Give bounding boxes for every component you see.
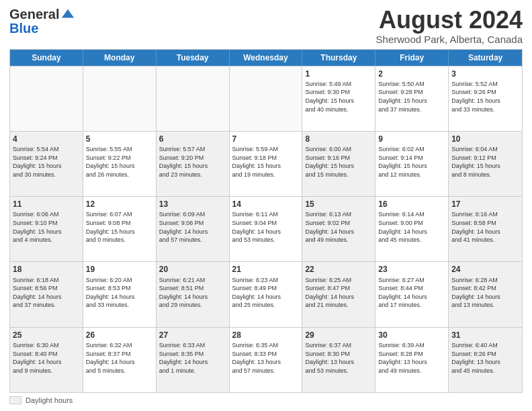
calendar-cell: 17Sunrise: 6:16 AM Sunset: 8:58 PM Dayli…	[449, 197, 522, 261]
day-info: Sunrise: 6:04 AM Sunset: 9:12 PM Dayligh…	[451, 145, 519, 179]
header-day-friday: Friday	[375, 50, 449, 66]
day-number: 12	[86, 199, 153, 210]
calendar-cell: 25Sunrise: 6:30 AM Sunset: 8:40 PM Dayli…	[10, 328, 83, 392]
calendar-cell: 5Sunrise: 5:55 AM Sunset: 9:22 PM Daylig…	[83, 132, 157, 196]
calendar-cell: 8Sunrise: 6:00 AM Sunset: 9:16 PM Daylig…	[302, 132, 375, 196]
day-info: Sunrise: 5:54 AM Sunset: 9:24 PM Dayligh…	[13, 145, 80, 179]
day-info: Sunrise: 5:49 AM Sunset: 9:30 PM Dayligh…	[305, 80, 372, 113]
calendar-cell: 9Sunrise: 6:02 AM Sunset: 9:14 PM Daylig…	[375, 132, 449, 196]
day-number: 18	[13, 264, 80, 275]
calendar-cell: 1Sunrise: 5:49 AM Sunset: 9:30 PM Daylig…	[302, 66, 375, 131]
day-info: Sunrise: 6:07 AM Sunset: 9:08 PM Dayligh…	[86, 210, 153, 244]
title-block: August 2024 Sherwood Park, Alberta, Cana…	[376, 7, 523, 45]
calendar-body: 1Sunrise: 5:49 AM Sunset: 9:30 PM Daylig…	[10, 66, 522, 392]
day-number: 22	[305, 264, 372, 275]
day-info: Sunrise: 6:06 AM Sunset: 9:10 PM Dayligh…	[13, 210, 80, 244]
day-info: Sunrise: 5:55 AM Sunset: 9:22 PM Dayligh…	[86, 145, 153, 179]
header-day-tuesday: Tuesday	[157, 50, 230, 66]
day-number: 4	[13, 134, 80, 144]
day-info: Sunrise: 6:32 AM Sunset: 8:37 PM Dayligh…	[86, 341, 153, 375]
calendar-cell: 18Sunrise: 6:18 AM Sunset: 8:56 PM Dayli…	[10, 262, 83, 326]
calendar-row-2: 11Sunrise: 6:06 AM Sunset: 9:10 PM Dayli…	[10, 196, 522, 261]
day-info: Sunrise: 6:39 AM Sunset: 8:28 PM Dayligh…	[378, 341, 445, 375]
calendar-cell	[157, 66, 230, 131]
day-number: 21	[232, 264, 300, 275]
logo-text: General	[9, 7, 75, 21]
day-info: Sunrise: 6:25 AM Sunset: 8:47 PM Dayligh…	[305, 276, 372, 310]
calendar-row-0: 1Sunrise: 5:49 AM Sunset: 9:30 PM Daylig…	[10, 66, 522, 131]
calendar-cell: 13Sunrise: 6:09 AM Sunset: 9:06 PM Dayli…	[157, 197, 230, 261]
logo-general: General	[9, 7, 59, 21]
day-info: Sunrise: 6:35 AM Sunset: 8:33 PM Dayligh…	[232, 341, 300, 375]
day-number: 28	[232, 330, 300, 340]
day-number: 16	[378, 199, 445, 210]
calendar-cell: 21Sunrise: 6:23 AM Sunset: 8:49 PM Dayli…	[230, 262, 303, 326]
page: General Blue August 2024 Sherwood Park, …	[0, 0, 532, 411]
calendar-cell: 15Sunrise: 6:13 AM Sunset: 9:02 PM Dayli…	[302, 197, 375, 261]
calendar-cell: 11Sunrise: 6:06 AM Sunset: 9:10 PM Dayli…	[10, 197, 83, 261]
day-info: Sunrise: 6:13 AM Sunset: 9:02 PM Dayligh…	[305, 210, 372, 244]
day-info: Sunrise: 6:18 AM Sunset: 8:56 PM Dayligh…	[13, 276, 80, 310]
day-info: Sunrise: 6:37 AM Sunset: 8:30 PM Dayligh…	[305, 341, 372, 375]
legend-box	[9, 396, 21, 404]
day-info: Sunrise: 6:14 AM Sunset: 9:00 PM Dayligh…	[378, 210, 445, 244]
header: General Blue August 2024 Sherwood Park, …	[9, 7, 523, 45]
day-number: 20	[159, 264, 226, 275]
calendar-cell: 7Sunrise: 5:59 AM Sunset: 9:18 PM Daylig…	[230, 132, 303, 196]
calendar-cell: 31Sunrise: 6:40 AM Sunset: 8:26 PM Dayli…	[449, 328, 522, 392]
day-info: Sunrise: 6:00 AM Sunset: 9:16 PM Dayligh…	[305, 145, 372, 179]
day-info: Sunrise: 6:40 AM Sunset: 8:26 PM Dayligh…	[451, 341, 519, 375]
day-info: Sunrise: 5:57 AM Sunset: 9:20 PM Dayligh…	[159, 145, 226, 179]
day-number: 19	[86, 264, 153, 275]
logo-icon	[60, 7, 75, 21]
calendar-cell: 27Sunrise: 6:33 AM Sunset: 8:35 PM Dayli…	[157, 328, 230, 392]
calendar-cell: 10Sunrise: 6:04 AM Sunset: 9:12 PM Dayli…	[449, 132, 522, 196]
calendar-cell: 16Sunrise: 6:14 AM Sunset: 9:00 PM Dayli…	[375, 197, 449, 261]
calendar-cell: 19Sunrise: 6:20 AM Sunset: 8:53 PM Dayli…	[83, 262, 157, 326]
subtitle: Sherwood Park, Alberta, Canada	[376, 34, 523, 45]
day-number: 26	[86, 330, 153, 340]
month-title: August 2024	[376, 7, 523, 34]
day-info: Sunrise: 6:23 AM Sunset: 8:49 PM Dayligh…	[232, 276, 300, 310]
day-number: 31	[451, 330, 519, 340]
day-number: 15	[305, 199, 372, 210]
legend: Daylight hours	[9, 396, 523, 404]
calendar-cell: 29Sunrise: 6:37 AM Sunset: 8:30 PM Dayli…	[302, 328, 375, 392]
day-info: Sunrise: 6:21 AM Sunset: 8:51 PM Dayligh…	[159, 276, 226, 310]
calendar-cell: 28Sunrise: 6:35 AM Sunset: 8:33 PM Dayli…	[230, 328, 303, 392]
day-number: 27	[159, 330, 226, 340]
day-info: Sunrise: 6:27 AM Sunset: 8:44 PM Dayligh…	[378, 276, 445, 310]
day-number: 29	[305, 330, 372, 340]
day-info: Sunrise: 5:59 AM Sunset: 9:18 PM Dayligh…	[232, 145, 300, 179]
day-info: Sunrise: 6:09 AM Sunset: 9:06 PM Dayligh…	[159, 210, 226, 244]
calendar-cell: 12Sunrise: 6:07 AM Sunset: 9:08 PM Dayli…	[83, 197, 157, 261]
day-number: 17	[451, 199, 519, 210]
calendar-cell: 30Sunrise: 6:39 AM Sunset: 8:28 PM Dayli…	[375, 328, 449, 392]
calendar-cell: 4Sunrise: 5:54 AM Sunset: 9:24 PM Daylig…	[10, 132, 83, 196]
day-number: 7	[232, 134, 300, 144]
header-day-thursday: Thursday	[302, 50, 375, 66]
calendar-header: SundayMondayTuesdayWednesdayThursdayFrid…	[10, 50, 522, 66]
day-number: 5	[86, 134, 153, 144]
day-number: 13	[159, 199, 226, 210]
calendar: SundayMondayTuesdayWednesdayThursdayFrid…	[9, 49, 523, 393]
calendar-cell: 23Sunrise: 6:27 AM Sunset: 8:44 PM Dayli…	[375, 262, 449, 326]
header-day-monday: Monday	[83, 50, 157, 66]
day-info: Sunrise: 6:16 AM Sunset: 8:58 PM Dayligh…	[451, 210, 519, 244]
day-number: 9	[378, 134, 445, 144]
day-number: 2	[378, 68, 445, 79]
day-number: 3	[451, 68, 519, 79]
day-number: 8	[305, 134, 372, 144]
day-info: Sunrise: 6:11 AM Sunset: 9:04 PM Dayligh…	[232, 210, 300, 244]
header-day-sunday: Sunday	[10, 50, 83, 66]
day-number: 11	[13, 199, 80, 210]
calendar-cell: 24Sunrise: 6:28 AM Sunset: 8:42 PM Dayli…	[449, 262, 522, 326]
day-number: 10	[451, 134, 519, 144]
day-info: Sunrise: 5:52 AM Sunset: 9:26 PM Dayligh…	[451, 80, 519, 113]
calendar-cell	[10, 66, 83, 131]
calendar-row-1: 4Sunrise: 5:54 AM Sunset: 9:24 PM Daylig…	[10, 131, 522, 196]
day-number: 30	[378, 330, 445, 340]
day-number: 25	[13, 330, 80, 340]
logo: General Blue	[9, 7, 75, 35]
svg-marker-0	[62, 9, 74, 18]
